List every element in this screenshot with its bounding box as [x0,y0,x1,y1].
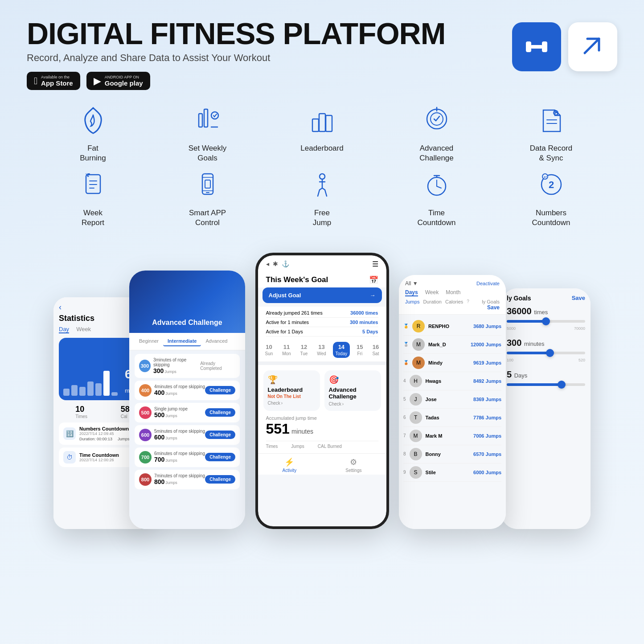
accumulated-section: Accumulated jump time 551 minutes Times … [258,411,386,453]
tab-intermediate[interactable]: Intermediate [163,336,201,346]
appstore-big-label: App Store [41,79,73,87]
avatar-mindy: M [412,357,425,369]
feature-numbers-countdown: 2 ↩ NumbersCountdown [494,168,608,228]
leaderboard-subtitle: Not On The List [268,394,316,399]
stats-cal-value: 58 [121,405,130,414]
challenge-item-700: 700 6minutes of rope skipping 700 Jumps … [135,447,240,467]
header-section: DIGITAL FITNESS PLATFORM Record, Analyze… [27,18,617,90]
goals-range-1: 5000 70000 [507,326,585,331]
stats-cal-label: Cal [121,414,130,419]
svg-line-28 [437,186,441,188]
nav-settings[interactable]: ⚙ Settings [345,457,361,473]
fat-burning-label: FatBurning [80,144,106,163]
goals-save-button[interactable]: Save [572,295,585,301]
week-days: 10Sun 11Mon 12Tue 13Wed 14Today [258,338,386,361]
fat-burning-icon-circle [75,103,111,139]
cal-label: CAL Burned [318,444,342,449]
bar-7 [111,392,118,396]
lb-metric-duration[interactable]: Duration [423,299,442,304]
bar-3 [79,387,86,396]
advanced-challenge-card: 🎯 Advanced Challenge Check › [324,370,381,411]
avatar-markm: M [410,430,422,442]
lb-header: All ▼ Deactivate Days Week Month Jumps D… [399,275,506,315]
challenge-btn-600[interactable]: Challenge [205,431,235,439]
lb-row-8: 8 B Bonny 6570 Jumps [403,445,501,464]
nav-activity[interactable]: ⚡ Activity [283,457,297,473]
day-fri[interactable]: 15Fri [354,342,365,358]
appstore-badge[interactable]:  Available on the App Store [27,72,80,90]
phone-nav: ⚡ Activity ⚙ Settings [258,453,386,475]
tab-advanced[interactable]: Advanced [201,336,232,346]
stats-card1-date: 2022/7/14 12:09:45 [79,431,136,436]
day-today[interactable]: 14Today [333,342,350,358]
challenge-btn-700[interactable]: Challenge [205,453,235,461]
week-goal-header: This Week's Goal 📅 [258,271,386,287]
store-badges:  Available on the App Store ▶ ANDROID A… [27,72,445,90]
challenge-tabs: Beginner Intermediate Advanced [129,333,245,350]
help-icon: ? [467,299,469,304]
svg-rect-4 [204,109,208,127]
connection-icon: ⚓ [282,260,289,267]
goal-times-value: 36000 times [350,310,378,316]
day-tue[interactable]: 12Tue [298,342,311,358]
lb-save-label[interactable]: Save [405,304,500,311]
goals-thumb-1[interactable] [542,317,550,325]
adjust-goal-arrow: → [370,292,376,299]
accumulated-unit: minutes [291,428,313,435]
times-label: Times [266,444,278,449]
lb-deactivate-button[interactable]: Deactivate [476,281,500,286]
day-sat[interactable]: 16Sat [369,342,381,358]
day-sun[interactable]: 10Sun [263,342,276,358]
challenge-btn-500[interactable]: Challenge [205,408,235,417]
tab-beginner[interactable]: Beginner [135,336,163,346]
free-jump-label: FreeJump [313,208,332,228]
stat-row-days: Active for 1 Days 5 Days [266,327,378,336]
challenge-check-link[interactable]: Check › [329,402,377,406]
jumps-label: Jumps [291,444,304,449]
goals-header: ly Goals Save [507,295,585,302]
stats-tab-week[interactable]: Week [76,326,91,333]
lb-filter-dropdown[interactable]: All ▼ [405,280,418,287]
menu-icon[interactable]: ☰ [372,260,378,268]
stats-times-value: 10 [75,405,87,414]
bar-4 [87,381,94,396]
lb-metric-jumps[interactable]: Jumps [405,299,419,304]
goals-thumb-2[interactable] [546,349,554,357]
challenge-btn-800[interactable]: Challenge [205,475,235,484]
settings-nav-icon: ⚙ [350,457,357,467]
phone-notch-bar: ◂ ✱ ⚓ ☰ [258,255,386,271]
adjust-goal-bar[interactable]: Adjust Goal → [263,287,382,303]
challenge-item-600: 600 5minutes of rope skipping 600 Jumps … [135,425,240,445]
lb-tab-days[interactable]: Days [405,289,418,296]
phone-main: ◂ ✱ ⚓ ☰ This Week's Goal 📅 Adjust Goal → [255,253,389,529]
adjust-goal-label: Adjust Goal [269,292,301,299]
bar-5 [95,383,102,396]
badge-700: 700 [139,451,152,464]
svg-rect-9 [326,115,332,131]
google-big-label: Google play [105,79,143,87]
day-wed[interactable]: 13Wed [314,342,328,358]
challenge-item-400: 400 4minutes of rope skipping 400 Jumps … [135,381,240,400]
lb-tab-month[interactable]: Month [446,289,460,296]
feature-data-record: Data Record& Sync [494,103,608,163]
goals-track-3 [507,383,585,386]
lb-metric-calories[interactable]: Calories [445,299,463,304]
feature-advanced-challenge: AdvancedChallenge [379,103,494,163]
stats-tab-day[interactable]: Day [59,326,69,333]
phone-main-inner: ◂ ✱ ⚓ ☰ This Week's Goal 📅 Adjust Goal → [258,255,386,526]
goal-stats: Already jumped 261 times 36000 times Act… [258,307,386,338]
lb-tabs: Days Week Month [405,289,500,296]
day-mon[interactable]: 11Mon [279,342,293,358]
leaderboard-check-link[interactable]: Check › [268,401,316,406]
features-grid: FatBurning Set WeeklyGoals [27,103,617,227]
svg-point-25 [320,174,325,179]
calendar-icon[interactable]: 📅 [369,275,378,285]
main-title: DIGITAL FITNESS PLATFORM [27,18,445,49]
goals-fill-1 [507,320,546,323]
goals-thumb-3[interactable] [558,381,566,389]
badge-500: 500 [139,406,152,419]
lb-tab-week[interactable]: Week [425,289,439,296]
advanced-challenge-icon-circle [419,103,455,139]
challenge-btn-400[interactable]: Challenge [205,386,235,394]
google-play-badge[interactable]: ▶ ANDROID APP ON Google play [86,72,150,90]
